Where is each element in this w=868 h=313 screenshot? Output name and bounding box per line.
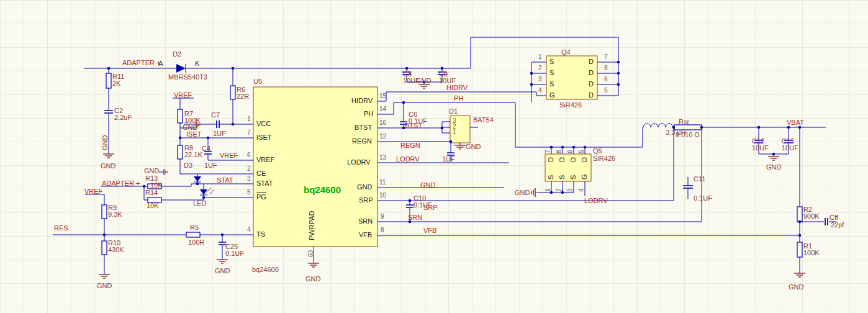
r14-value: 10K (147, 202, 159, 209)
r9-body[interactable] (102, 205, 107, 219)
q4-pin-num-3: 3 (538, 76, 542, 83)
c2-value: 2.2uF (114, 114, 132, 121)
q4-pin-s3: S (549, 81, 554, 88)
d3-diode-icon[interactable] (194, 176, 201, 182)
q4-pin-s1: S (549, 58, 554, 65)
d2-designator: D2 (173, 51, 181, 58)
u5-designator: U5 (253, 78, 262, 85)
r6-body[interactable] (230, 86, 235, 99)
schematic-canvas[interactable]: ADAPTER +AKD2MBRS540T3R112KC22.2uFGNDGND… (0, 0, 868, 313)
c11-value: 0.1UF (694, 195, 712, 202)
r10-body[interactable] (102, 241, 107, 255)
r14-designator: R14 (145, 189, 158, 196)
pin-name-ts: TS (256, 231, 265, 238)
net-hidrv: HIDRV (446, 84, 468, 91)
q5-pin-num-3: 3 (567, 188, 574, 192)
gnd-d1-label: GND (466, 143, 481, 150)
r5-body[interactable] (186, 232, 200, 237)
gnd-r10-label: GND (97, 283, 112, 289)
q4-pin-num-4: 4 (538, 88, 542, 94)
c11-designator: C11 (694, 176, 705, 183)
net-ph: PH (454, 95, 463, 102)
pin-name-pg: PG (256, 194, 266, 201)
q5-pin-s1: S (548, 175, 554, 179)
net-vbat: VBAT (787, 119, 804, 126)
inductor-l1[interactable] (643, 124, 673, 127)
pin-num-10: 10 (379, 193, 386, 199)
net-vfb: VFB (423, 227, 436, 234)
pin-num-5: 5 (247, 189, 251, 196)
pin-num-15: 15 (379, 93, 386, 99)
pin-name-vfb: VFB (359, 232, 372, 238)
q5-pin-d3: D (570, 157, 577, 162)
q4-pin-d2: D (589, 70, 594, 76)
q4-pin-d3: D (589, 81, 594, 88)
pin-num-60: 60 (308, 250, 314, 257)
led-designator: LED (193, 200, 206, 207)
q5-pin-num-4: 4 (579, 188, 585, 192)
gnd-c8-label: GND (416, 78, 431, 84)
pin-num-14: 14 (379, 106, 386, 112)
r6-value: 22R (237, 93, 249, 100)
r7-body[interactable] (178, 109, 183, 123)
capacitor-plates[interactable] (104, 72, 828, 245)
net-vref-left: VREF (84, 188, 102, 195)
q5-pin-d4: D (581, 157, 588, 162)
led-diode-icon[interactable] (200, 189, 207, 195)
q4-pin-d4: D (589, 92, 594, 99)
net-adapter-2: ADAPTER + (102, 180, 140, 187)
r1-body[interactable] (797, 242, 802, 257)
r10-value: 430K (108, 247, 124, 253)
d2-value: MBRS540T3 (168, 74, 207, 81)
q5-pin-num-8: 8 (556, 150, 563, 153)
d2-cathode-label: K (195, 60, 199, 67)
net-iset: ISET (186, 131, 201, 138)
net-adapter-top: ADAPTER + (122, 60, 160, 66)
pin-num-7: 7 (247, 130, 251, 136)
d2-diode-icon[interactable] (176, 64, 186, 73)
chip-title: bq24600 (304, 185, 341, 194)
rsr-designator: Rsr (679, 119, 689, 125)
pin-num-2: 2 (247, 166, 251, 172)
cff-designator: Cff (830, 214, 838, 221)
q4-pin-s2: S (549, 70, 554, 76)
q5-pin-num-1: 1 (545, 188, 551, 192)
gnd-c12-label: GND (766, 164, 781, 171)
led-arrows-icon (207, 188, 214, 194)
r8-body[interactable] (178, 145, 183, 159)
pin-name-regn: REGN (352, 138, 372, 145)
net-res: RES (54, 225, 68, 232)
pin-name-ce: CE (256, 170, 266, 177)
d1-pin-1: 1 (453, 129, 456, 135)
net-vref-c4: VREF (220, 152, 238, 159)
net-vref-r7: VREF (174, 92, 192, 99)
pin-name-hidrv: HIDRV (351, 98, 373, 104)
net-btst: BTST (405, 122, 422, 129)
pin-num-16: 16 (379, 120, 386, 126)
q4-pin-num-6: 6 (604, 76, 608, 83)
c25-value: 0.1UF (225, 250, 244, 257)
pin-num-13: 13 (379, 155, 386, 161)
q4-pin-num-7: 7 (604, 54, 608, 60)
pin-num-12: 12 (379, 134, 386, 140)
gnd-r1-label: GND (789, 284, 803, 291)
r8-value: 22.1K (184, 152, 202, 158)
c12-value: 10UF (752, 145, 769, 152)
pin-name-gnd: GND (357, 184, 372, 191)
pin-num-6: 6 (247, 152, 251, 158)
pin-num-1: 1 (247, 116, 251, 122)
net-srp: SRP (423, 204, 438, 211)
d2-anode-label: A (158, 60, 163, 67)
r5-value: 100R (188, 239, 204, 246)
pin-name-stat: STAT (256, 180, 273, 187)
q5-designator: Q5 (593, 148, 602, 155)
net-regn: REGN (400, 142, 420, 149)
net-stat: STAT (217, 177, 233, 184)
net-gnd-vertical: GND (102, 135, 109, 150)
r2-body[interactable] (797, 207, 802, 222)
gnd-q5-label: GND (515, 189, 530, 196)
q4-pin-num-5: 5 (604, 88, 608, 94)
d1-value: BAT54 (473, 117, 494, 124)
r11-body[interactable] (106, 73, 111, 88)
r2-value: 900K (803, 213, 820, 220)
